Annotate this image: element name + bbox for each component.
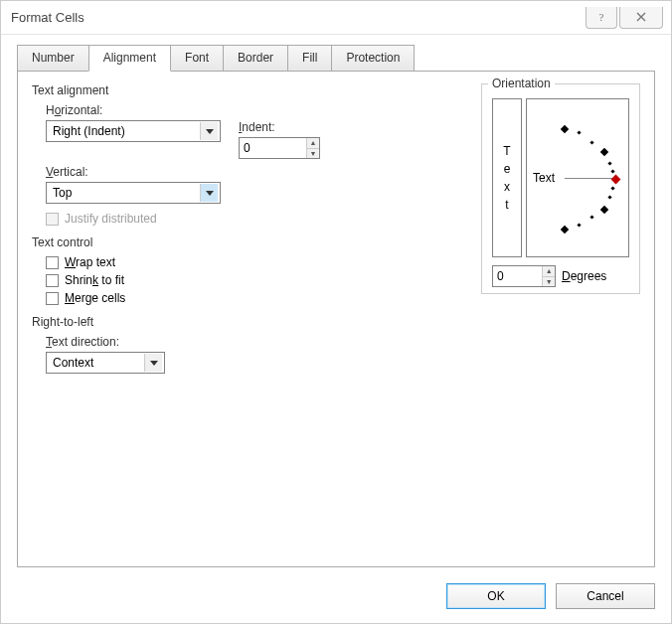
dial-tick-icon xyxy=(577,223,581,227)
left-column: Text alignment Horizontal: Right (Indent… xyxy=(32,83,409,374)
cancel-button[interactable]: Cancel xyxy=(556,583,655,609)
degrees-value[interactable] xyxy=(493,266,542,286)
tab-alignment[interactable]: Alignment xyxy=(88,45,171,72)
indent-spinner[interactable]: ▲▼ xyxy=(239,137,320,159)
format-cells-dialog: Format Cells ? Number Alignment Font Bor… xyxy=(0,0,672,624)
shrink-to-fit-label: Shrink to fit xyxy=(65,273,124,287)
wrap-text-checkbox[interactable] xyxy=(46,256,59,269)
dial-tick-icon xyxy=(561,226,569,234)
tab-font[interactable]: Font xyxy=(170,45,224,72)
degrees-spinner[interactable]: ▲▼ xyxy=(492,265,556,287)
degrees-row: ▲▼ Degrees xyxy=(492,265,629,287)
dial-tick-icon xyxy=(607,195,611,199)
window-title: Format Cells xyxy=(11,10,584,25)
wrap-text-row[interactable]: Wrap text xyxy=(46,255,409,269)
shrink-to-fit-checkbox[interactable] xyxy=(46,274,59,287)
help-button[interactable]: ? xyxy=(586,7,617,29)
spinner-buttons[interactable]: ▲▼ xyxy=(542,266,555,286)
spinner-buttons[interactable]: ▲▼ xyxy=(306,138,319,158)
dial-tick-icon xyxy=(577,130,581,134)
justify-distributed-checkbox xyxy=(46,213,59,226)
indent-label: Indent: xyxy=(239,120,320,134)
vertical-dropdown[interactable]: Top xyxy=(46,182,221,204)
dial-tick-icon xyxy=(610,169,614,173)
text-direction-dropdown[interactable]: Context xyxy=(46,352,165,374)
orientation-label: Orientation xyxy=(488,77,555,90)
text-direction-value: Context xyxy=(53,356,93,370)
vertical-value: Top xyxy=(53,186,72,200)
dial-tick-icon xyxy=(610,186,614,190)
degrees-label: Degrees xyxy=(562,269,606,283)
dialog-body: Number Alignment Font Border Fill Protec… xyxy=(17,45,655,567)
horizontal-label: Horizontal: xyxy=(46,103,409,117)
vertical-label: Vertical: xyxy=(46,165,409,179)
dial-text-label: Text xyxy=(533,171,555,185)
merge-cells-checkbox[interactable] xyxy=(46,292,59,305)
rtl-label: Right-to-left xyxy=(32,315,409,329)
orientation-group: Orientation T e x t Text xyxy=(481,83,640,294)
orientation-dial[interactable]: Text xyxy=(526,98,629,257)
tab-number[interactable]: Number xyxy=(17,45,89,72)
merge-cells-label: Merge cells xyxy=(65,291,125,305)
titlebar: Format Cells ? xyxy=(1,1,671,35)
horizontal-value: Right (Indent) xyxy=(53,124,125,138)
text-direction-label: Text direction: xyxy=(46,335,409,349)
orientation-column: Orientation T e x t Text xyxy=(481,83,640,294)
indent-value[interactable] xyxy=(240,138,306,158)
text-control-label: Text control xyxy=(32,235,409,249)
close-button[interactable] xyxy=(619,7,663,29)
dial-tick-icon xyxy=(589,140,593,144)
horizontal-dropdown[interactable]: Right (Indent) xyxy=(46,120,221,142)
justify-distributed-label: Justify distributed xyxy=(65,212,157,226)
tab-border[interactable]: Border xyxy=(223,45,288,72)
shrink-to-fit-row[interactable]: Shrink to fit xyxy=(46,273,409,287)
text-alignment-label: Text alignment xyxy=(32,83,409,97)
dropdown-arrow-icon xyxy=(200,184,218,202)
dialog-footer: OK Cancel xyxy=(446,583,655,609)
svg-text:?: ? xyxy=(599,11,604,23)
justify-distributed-row: Justify distributed xyxy=(46,212,409,226)
orientation-vertical-box[interactable]: T e x t xyxy=(492,98,522,257)
dial-tick-icon xyxy=(600,148,608,156)
dropdown-arrow-icon xyxy=(144,354,162,372)
orientation-preview: T e x t Text xyxy=(492,98,629,257)
alignment-panel: Text alignment Horizontal: Right (Indent… xyxy=(17,71,655,567)
dial-current-icon xyxy=(611,175,621,185)
dial-tick-icon xyxy=(600,206,608,214)
dial-tick-icon xyxy=(589,215,593,219)
dial-indicator-line xyxy=(565,178,614,179)
ok-button[interactable]: OK xyxy=(446,583,546,609)
merge-cells-row[interactable]: Merge cells xyxy=(46,291,409,305)
tab-strip: Number Alignment Font Border Fill Protec… xyxy=(17,45,655,72)
tab-protection[interactable]: Protection xyxy=(331,45,415,72)
tab-fill[interactable]: Fill xyxy=(287,45,332,72)
dial-tick-icon xyxy=(561,125,569,133)
wrap-text-label: Wrap text xyxy=(65,255,115,269)
dropdown-arrow-icon xyxy=(200,122,218,140)
dial-tick-icon xyxy=(607,161,611,165)
